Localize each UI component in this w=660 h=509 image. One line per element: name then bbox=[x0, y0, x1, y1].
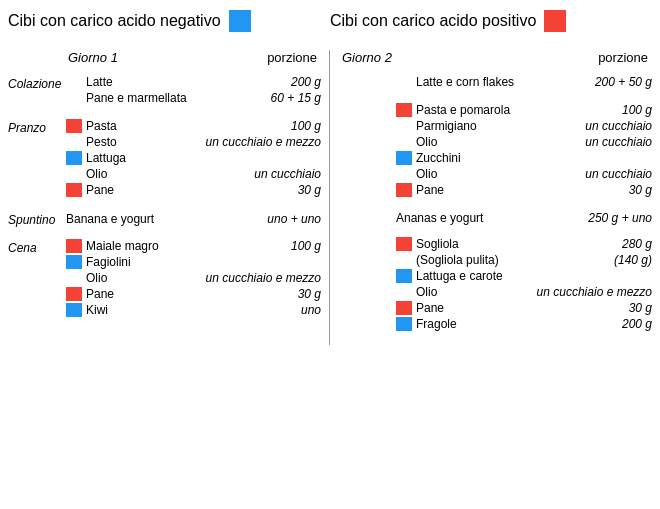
item-portion: un cucchiaio bbox=[562, 119, 652, 133]
item-color-blue bbox=[396, 269, 412, 283]
right-pranzo-label bbox=[338, 103, 396, 199]
item-name: Pasta e pomarola bbox=[416, 103, 562, 117]
right-pranzo-items: Pasta e pomarola 100 g Parmigiano un cuc… bbox=[396, 103, 652, 199]
list-item: Maiale magro 100 g bbox=[66, 239, 321, 253]
left-colazione-items: Latte 200 g Pane e marmellata 60 + 15 g bbox=[66, 75, 321, 107]
left-spuntino-items: Banana e yogurt uno + uno bbox=[66, 211, 321, 227]
item-color-red bbox=[396, 301, 412, 315]
right-colazione-items: Latte e corn flakes 200 + 50 g bbox=[396, 75, 652, 91]
right-cena-section: Sogliola 280 g (Sogliola pulita) (140 g)… bbox=[338, 237, 652, 333]
item-name: Pane bbox=[416, 183, 562, 197]
item-color-red bbox=[396, 237, 412, 251]
left-column: Giorno 1 porzione Colazione Latte 200 g … bbox=[8, 50, 330, 345]
list-item: Kiwi uno bbox=[66, 303, 321, 317]
list-item: Pane 30 g bbox=[396, 183, 652, 197]
list-item: Ananas e yogurt 250 g + uno bbox=[396, 211, 652, 225]
item-name: Olio bbox=[86, 167, 231, 181]
list-item: Pane 30 g bbox=[66, 287, 321, 301]
item-name: Latte bbox=[86, 75, 231, 89]
item-color-blue bbox=[396, 317, 412, 331]
list-item: Olio un cucchiaio bbox=[396, 167, 652, 181]
item-portion: un cucchiaio bbox=[562, 135, 652, 149]
right-cena-label bbox=[338, 237, 396, 333]
item-name: Olio bbox=[86, 271, 206, 285]
left-color-box bbox=[229, 10, 251, 32]
item-name: Lattuga e carote bbox=[416, 269, 562, 283]
right-spuntino-section: Ananas e yogurt 250 g + uno bbox=[338, 211, 652, 225]
list-item: Olio un cucchiaio e mezzo bbox=[66, 271, 321, 285]
right-column: Giorno 2 porzione Latte e corn flakes 20… bbox=[330, 50, 652, 345]
item-name: Olio bbox=[416, 135, 562, 149]
item-color-blue bbox=[396, 151, 412, 165]
left-spuntino-label: Spuntino bbox=[8, 211, 66, 227]
right-colazione-section: Latte e corn flakes 200 + 50 g bbox=[338, 75, 652, 91]
list-item: Pesto un cucchiaio e mezzo bbox=[66, 135, 321, 149]
item-portion: 100 g bbox=[562, 103, 652, 117]
list-item: (Sogliola pulita) (140 g) bbox=[396, 253, 652, 267]
item-portion: 100 g bbox=[231, 119, 321, 133]
item-portion: 200 g bbox=[562, 317, 652, 331]
list-item: Latte e corn flakes 200 + 50 g bbox=[396, 75, 652, 89]
item-name: Fagiolini bbox=[86, 255, 231, 269]
item-portion: un cucchiaio e mezzo bbox=[206, 135, 321, 149]
page: Cibi con carico acido negativo Cibi con … bbox=[0, 0, 660, 355]
item-portion: 100 g bbox=[231, 239, 321, 253]
item-color-blue bbox=[66, 255, 82, 269]
item-color-red bbox=[66, 119, 82, 133]
header-left: Cibi con carico acido negativo bbox=[8, 10, 330, 32]
list-item: Lattuga bbox=[66, 151, 321, 165]
right-portion-label: porzione bbox=[598, 50, 652, 65]
item-portion: 200 + 50 g bbox=[562, 75, 652, 89]
right-color-box bbox=[544, 10, 566, 32]
list-item: Pane 30 g bbox=[66, 183, 321, 197]
item-name: Sogliola bbox=[416, 237, 562, 251]
item-name: Kiwi bbox=[86, 303, 231, 317]
item-portion: un cucchiaio bbox=[562, 167, 652, 181]
item-portion: 30 g bbox=[562, 183, 652, 197]
left-spuntino-section: Spuntino Banana e yogurt uno + uno bbox=[8, 211, 321, 227]
item-portion: un cucchiaio bbox=[231, 167, 321, 181]
item-color-red bbox=[396, 103, 412, 117]
right-header-title: Cibi con carico acido positivo bbox=[330, 12, 536, 30]
item-portion: uno + uno bbox=[231, 212, 321, 226]
list-item: Fragole 200 g bbox=[396, 317, 652, 331]
list-item: Sogliola 280 g bbox=[396, 237, 652, 251]
item-name: Pane bbox=[416, 301, 562, 315]
list-item: Lattuga e carote bbox=[396, 269, 652, 283]
item-color-blue bbox=[66, 303, 82, 317]
left-pranzo-items: Pasta 100 g Pesto un cucchiaio e mezzo L… bbox=[66, 119, 321, 199]
list-item: Pasta e pomarola 100 g bbox=[396, 103, 652, 117]
list-item: Fagiolini bbox=[66, 255, 321, 269]
right-pranzo-section: Pasta e pomarola 100 g Parmigiano un cuc… bbox=[338, 103, 652, 199]
left-day-label: Giorno 1 bbox=[68, 50, 118, 65]
item-name: Lattuga bbox=[86, 151, 231, 165]
list-item: Parmigiano un cucchiaio bbox=[396, 119, 652, 133]
item-portion: 30 g bbox=[231, 287, 321, 301]
item-portion: 30 g bbox=[562, 301, 652, 315]
right-spuntino-label bbox=[338, 211, 396, 225]
list-item: Pane e marmellata 60 + 15 g bbox=[66, 91, 321, 105]
right-cena-items: Sogliola 280 g (Sogliola pulita) (140 g)… bbox=[396, 237, 652, 333]
item-color-blue bbox=[66, 151, 82, 165]
item-name: Olio bbox=[416, 285, 537, 299]
item-portion: 200 g bbox=[231, 75, 321, 89]
list-item: Olio un cucchiaio e mezzo bbox=[396, 285, 652, 299]
right-colazione-label bbox=[338, 75, 396, 91]
item-name: Pesto bbox=[86, 135, 206, 149]
left-col-header: Giorno 1 porzione bbox=[8, 50, 321, 65]
item-name: Parmigiano bbox=[416, 119, 562, 133]
item-portion: un cucchiaio e mezzo bbox=[206, 271, 321, 285]
item-name: Fragole bbox=[416, 317, 562, 331]
item-name: Banana e yogurt bbox=[66, 212, 231, 226]
list-item: Zucchini bbox=[396, 151, 652, 165]
list-item: Olio un cucchiaio bbox=[396, 135, 652, 149]
item-name: Maiale magro bbox=[86, 239, 231, 253]
left-cena-section: Cena Maiale magro 100 g Fagiolini Ol bbox=[8, 239, 321, 319]
left-colazione-label: Colazione bbox=[8, 75, 66, 107]
list-item: Pasta 100 g bbox=[66, 119, 321, 133]
left-portion-label: porzione bbox=[267, 50, 321, 65]
left-colazione-section: Colazione Latte 200 g Pane e marmellata … bbox=[8, 75, 321, 107]
item-name: Pane bbox=[86, 183, 231, 197]
item-color-red bbox=[66, 239, 82, 253]
main-content: Giorno 1 porzione Colazione Latte 200 g … bbox=[8, 50, 652, 345]
